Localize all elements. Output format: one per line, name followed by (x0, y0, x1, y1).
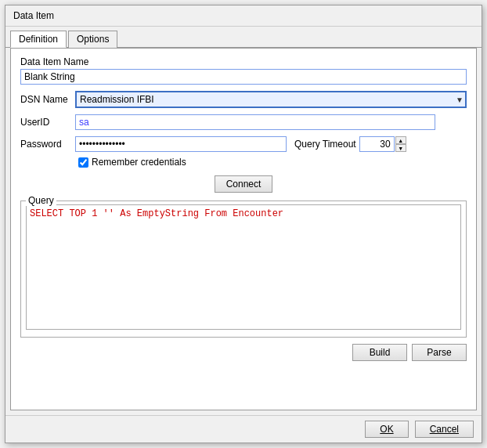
query-timeout-label: Query Timeout (294, 139, 356, 150)
connect-row: Connect (20, 175, 467, 193)
ok-button[interactable]: OK (365, 421, 408, 438)
query-timeout-input[interactable] (359, 136, 395, 152)
cancel-button[interactable]: Cancel (415, 421, 474, 438)
remember-checkbox[interactable] (78, 157, 88, 168)
tab-options[interactable]: Options (68, 31, 117, 48)
spinner-down-button[interactable]: ▼ (395, 144, 406, 152)
dialog-title: Data Item (5, 5, 482, 27)
userid-row: UserID (20, 114, 467, 130)
data-item-name-label: Data Item Name (20, 56, 467, 67)
connect-button[interactable]: Connect (215, 175, 273, 193)
query-timeout-wrapper: ▲ ▼ (359, 136, 406, 152)
ok-label: OK (380, 424, 393, 435)
query-group: Query SELECT TOP 1 '' As EmptyString Fro… (20, 201, 467, 338)
dsn-row: DSN Name Readmission IFBI ▼ (20, 91, 467, 108)
spinner-up-button[interactable]: ▲ (395, 136, 406, 144)
cancel-label: Cancel (430, 424, 459, 435)
userid-label: UserID (20, 117, 75, 128)
query-legend: Query (26, 195, 56, 206)
remember-row: Remember credentials (78, 157, 467, 168)
tab-content-definition: Data Item Name DSN Name Readmission IFBI… (10, 48, 477, 410)
parse-button[interactable]: Parse (412, 344, 467, 361)
dialog-footer: OK Cancel (5, 415, 482, 443)
password-input[interactable] (75, 136, 287, 152)
userid-input[interactable] (75, 114, 435, 130)
data-item-name-row: Data Item Name (20, 56, 467, 85)
remember-label: Remember credentials (92, 157, 186, 168)
dialog: Data Item Definition Options Data Item N… (5, 5, 482, 443)
dsn-label: DSN Name (20, 94, 75, 105)
tab-bar: Definition Options (5, 27, 482, 48)
query-textarea[interactable]: SELECT TOP 1 '' As EmptyString From Enco… (26, 204, 461, 330)
build-parse-row: Build Parse (20, 344, 467, 361)
data-item-name-input[interactable] (20, 69, 467, 85)
dsn-select-wrapper: Readmission IFBI ▼ (75, 91, 467, 108)
password-label: Password (20, 139, 75, 150)
password-row: Password Query Timeout ▲ ▼ (20, 136, 467, 152)
dsn-select[interactable]: Readmission IFBI (75, 91, 467, 108)
spinner-buttons: ▲ ▼ (395, 136, 406, 152)
tab-definition[interactable]: Definition (10, 31, 67, 48)
build-button[interactable]: Build (352, 344, 407, 361)
